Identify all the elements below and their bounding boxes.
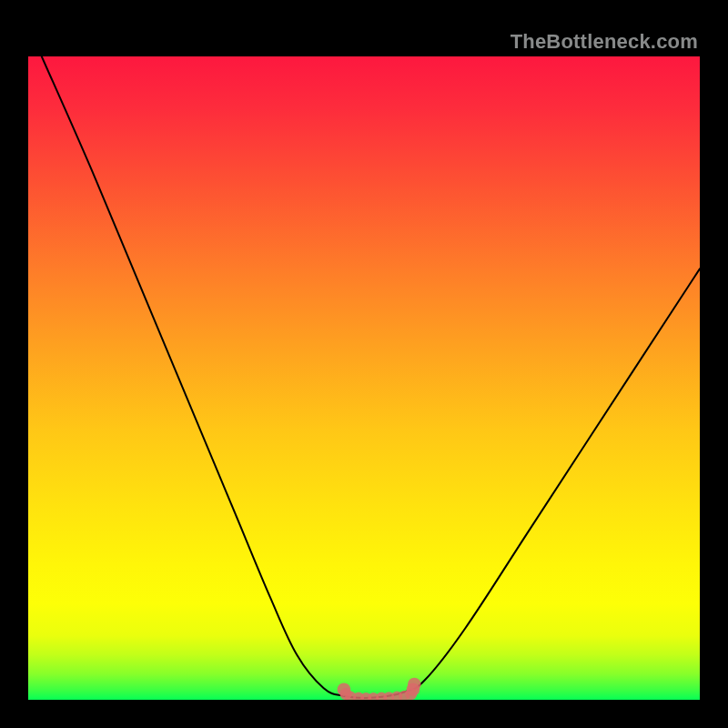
- chart-frame: TheBottleneck.com: [28, 28, 700, 700]
- label-bar: TheBottleneck.com: [28, 28, 700, 56]
- gradient-background: [28, 56, 700, 700]
- plot-area: TheBottleneck.com: [28, 28, 700, 700]
- watermark-text: TheBottleneck.com: [511, 30, 700, 54]
